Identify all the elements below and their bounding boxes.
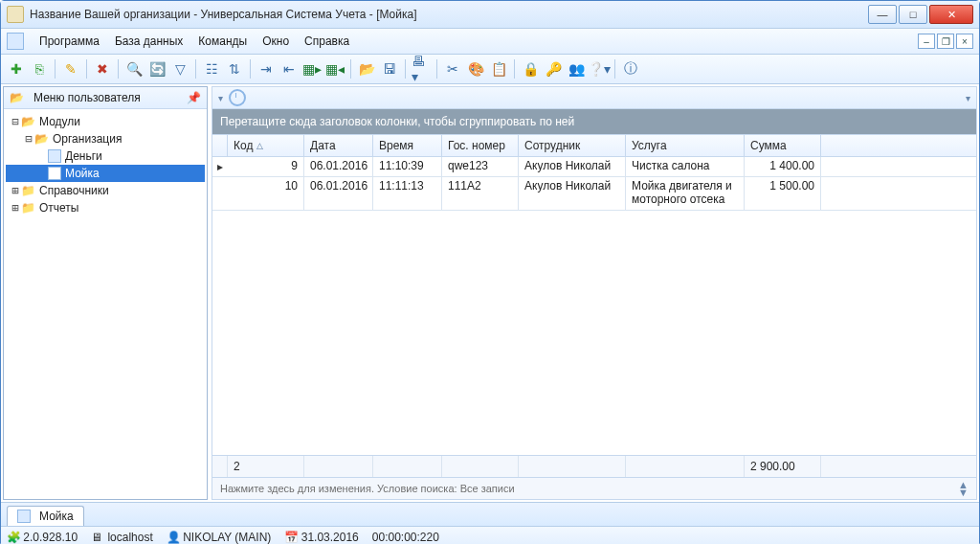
mdi-minimize-button[interactable]: – (918, 34, 935, 49)
app-icon (7, 6, 24, 23)
cell-sum[interactable]: 1 400.00 (745, 157, 821, 176)
tree-reports[interactable]: ⊞ 📁 Отчеты (6, 199, 205, 216)
expand-toggle[interactable]: ⊟ (23, 132, 34, 146)
columns-icon[interactable]: ☷ (202, 59, 221, 79)
status-elapsed: 00:00:00:220 (372, 531, 439, 544)
cell-plate[interactable]: 111A2 (442, 177, 519, 210)
tree-label: Деньги (65, 149, 102, 163)
filter-icon[interactable]: ▽ (170, 59, 189, 79)
tree-organization[interactable]: ⊟ 📂 Организация (6, 130, 205, 147)
key-icon[interactable]: 🔑 (544, 59, 563, 79)
col-time[interactable]: Время (373, 135, 442, 156)
table-row[interactable]: ▸ 9 06.01.2016 11:10:39 qwe123 Акулов Ни… (212, 157, 976, 177)
export-icon[interactable]: ⇤ (279, 59, 299, 79)
save-icon[interactable]: 🖫 (380, 59, 399, 79)
col-sum[interactable]: Сумма (745, 135, 821, 156)
minimize-button[interactable]: — (868, 5, 897, 24)
col-spacer (821, 135, 976, 156)
search-icon[interactable]: 🔍 (124, 59, 144, 79)
palette-icon[interactable]: 🎨 (466, 59, 485, 79)
menu-commands[interactable]: Команды (190, 32, 255, 51)
status-date: 31.03.2016 (301, 531, 359, 544)
toolbar: ✚ ⎘ ✎ ✖ 🔍 🔄 ▽ ☷ ⇅ ⇥ ⇤ ▦▸ ▦◂ 📂 🖫 🖶▾ ✂ 🎨 📋… (1, 55, 979, 84)
maximize-button[interactable]: □ (899, 5, 927, 24)
clock-icon[interactable] (229, 89, 246, 106)
tree-label: Мойка (65, 167, 100, 180)
menu-help[interactable]: Справка (297, 32, 357, 51)
sort-icon[interactable]: ⇅ (225, 59, 244, 79)
users-icon[interactable]: 👥 (567, 59, 586, 79)
copy-add-icon[interactable]: ⎘ (30, 59, 49, 79)
scroll-down-icon[interactable]: ▼ (958, 488, 969, 496)
excel-import-icon[interactable]: ▦◂ (325, 59, 345, 79)
tree-label: Справочники (39, 184, 109, 197)
status-host: localhost (107, 531, 152, 544)
grid-footer: 2 2 900.00 (212, 455, 976, 477)
cell-employee[interactable]: Акулов Николай (519, 157, 626, 176)
group-hint: Перетащите сюда заголовок колонки, чтобы… (220, 115, 574, 128)
mdi-restore-button[interactable]: ❐ (937, 34, 954, 49)
notes-icon[interactable]: 📋 (489, 59, 508, 79)
cell-time[interactable]: 11:11:13 (373, 177, 442, 210)
open-folder-icon[interactable]: 📂 (357, 59, 376, 79)
cell-date[interactable]: 06.01.2016 (304, 157, 373, 176)
col-plate[interactable]: Гос. номер (442, 135, 519, 156)
help-toolbar-icon[interactable]: ❔▾ (590, 59, 609, 79)
folder-icon: 📂 (34, 132, 49, 146)
grid-header: Код Дата Время Гос. номер Сотрудник Услу… (212, 135, 976, 157)
tree-wash[interactable]: Мойка (6, 165, 205, 182)
print-icon[interactable]: 🖶▾ (412, 59, 431, 79)
cell-time[interactable]: 11:10:39 (373, 157, 442, 176)
tab-wash[interactable]: Мойка (7, 506, 84, 526)
cell-plate[interactable]: qwe123 (442, 157, 519, 176)
row-indicator-header (212, 135, 228, 156)
chevron-down-icon[interactable]: ▾ (966, 93, 970, 103)
group-by-bar[interactable]: Перетащите сюда заголовок колонки, чтобы… (212, 109, 977, 135)
page-icon (48, 149, 61, 163)
col-employee[interactable]: Сотрудник (519, 135, 626, 156)
import-icon[interactable]: ⇥ (256, 59, 276, 79)
cell-employee[interactable]: Акулов Николай (519, 177, 626, 210)
lock-icon[interactable]: 🔒 (521, 59, 540, 79)
folder-icon: 📁 (21, 201, 35, 215)
tools-icon[interactable]: ✂ (443, 59, 462, 79)
refresh-icon[interactable]: 🔄 (147, 59, 167, 79)
excel-export-icon[interactable]: ▦▸ (302, 59, 322, 79)
close-button[interactable]: ✕ (929, 5, 973, 24)
sidebar-header: 📂 Меню пользователя 📌 (4, 87, 207, 109)
edit-icon[interactable]: ✎ (61, 59, 80, 79)
expand-toggle[interactable]: ⊞ (10, 201, 21, 215)
cell-code[interactable]: 9 (228, 157, 304, 176)
col-code[interactable]: Код (228, 135, 304, 156)
expand-toggle[interactable]: ⊟ (10, 115, 21, 128)
add-icon[interactable]: ✚ (7, 59, 26, 79)
col-date[interactable]: Дата (304, 135, 373, 156)
sidebar: 📂 Меню пользователя 📌 ⊟ 📂 Модули ⊟ 📂 Орг… (3, 86, 208, 500)
cell-service[interactable]: Чистка салона (626, 157, 745, 176)
status-version: 2.0.928.10 (23, 531, 78, 544)
table-row[interactable]: 10 06.01.2016 11:11:13 111A2 Акулов Нико… (212, 177, 976, 211)
cell-service[interactable]: Мойка двигателя и моторного отсека (626, 177, 745, 210)
tree-modules[interactable]: ⊟ 📂 Модули (6, 113, 205, 130)
chevron-down-icon[interactable]: ▾ (218, 93, 223, 103)
menu-system-icon[interactable] (7, 33, 24, 50)
cell-code[interactable]: 10 (228, 177, 304, 210)
expand-toggle[interactable]: ⊞ (10, 184, 21, 197)
col-service[interactable]: Услуга (626, 135, 745, 156)
row-indicator-icon: ▸ (212, 157, 228, 176)
pin-icon[interactable]: 📌 (187, 91, 201, 104)
grid-body[interactable]: ▸ 9 06.01.2016 11:10:39 qwe123 Акулов Ни… (212, 157, 976, 455)
info-icon[interactable]: ⓘ (621, 59, 640, 79)
cell-date[interactable]: 06.01.2016 (304, 177, 373, 210)
menu-window[interactable]: Окно (255, 32, 297, 51)
menu-program[interactable]: Программа (32, 32, 107, 51)
cell-sum[interactable]: 1 500.00 (745, 177, 821, 210)
filter-bar[interactable]: Нажмите здесь для изменения. Условие пои… (212, 478, 977, 500)
tree-money[interactable]: Деньги (6, 147, 205, 165)
window-title: Название Вашей организации - Универсальн… (30, 8, 866, 21)
menu-database[interactable]: База данных (107, 32, 190, 51)
tree-dicts[interactable]: ⊞ 📁 Справочники (6, 182, 205, 199)
delete-icon[interactable]: ✖ (93, 59, 112, 79)
mdi-close-button[interactable]: × (956, 34, 973, 49)
tree-label: Модули (39, 115, 80, 128)
